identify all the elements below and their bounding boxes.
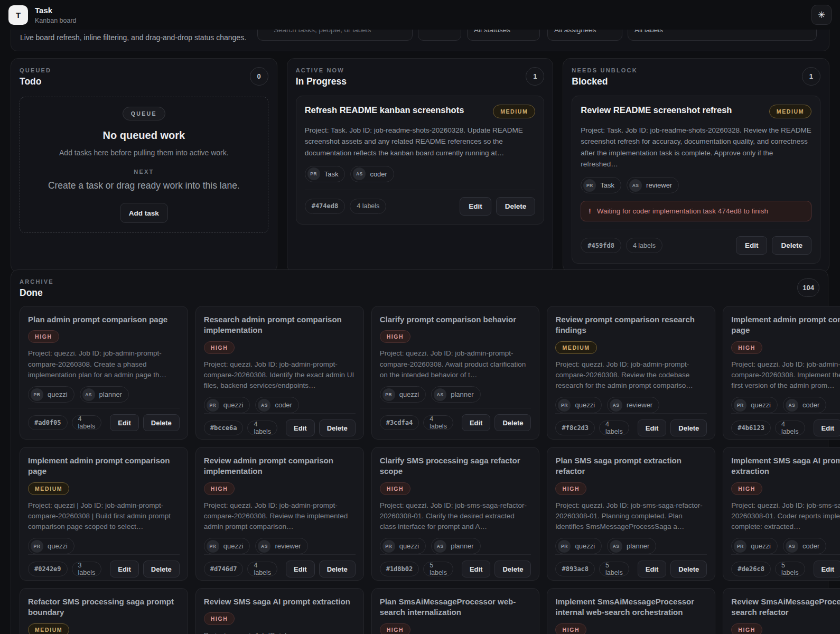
project-prefix-icon: PR [558, 399, 571, 412]
task-hash-chip[interactable]: #f8c2d3 [555, 421, 595, 435]
labels-count-chip[interactable]: 4 labels [350, 199, 386, 214]
project-chip[interactable]: PR quezzi [380, 386, 426, 403]
labels-count-chip[interactable]: 4 labels [423, 415, 453, 430]
task-hash-chip[interactable]: #3cdfa4 [380, 415, 419, 430]
task-hash-chip[interactable]: #0242e9 [28, 562, 68, 576]
edit-button[interactable]: Edit [814, 419, 840, 436]
project-chip[interactable]: PR Task [581, 177, 621, 193]
labels-count-chip[interactable]: 4 labels [626, 238, 662, 253]
delete-button[interactable]: Delete [772, 236, 811, 255]
task-title: Review SMS saga AI prompt extraction [204, 596, 356, 607]
task-card[interactable]: Review admin prompt comparison implement… [195, 447, 364, 581]
task-card[interactable]: Plan SMS saga prompt extraction refactor… [547, 447, 715, 581]
assignee-chip[interactable]: AS planner [431, 538, 480, 554]
labels-count-chip[interactable]: 4 labels [247, 562, 277, 576]
task-hash-chip[interactable]: #474ed8 [305, 199, 346, 214]
labels-count-chip[interactable]: 4 labels [247, 421, 277, 435]
task-hash-chip[interactable]: #1d8b02 [380, 562, 419, 576]
task-card[interactable]: Refactor SMS processing saga prompt boun… [20, 588, 188, 634]
delete-button[interactable]: Delete [670, 561, 707, 577]
edit-button[interactable]: Edit [814, 561, 840, 577]
task-card[interactable]: Implement SMS saga AI prompt extraction … [723, 447, 840, 581]
edit-button[interactable]: Edit [110, 561, 139, 577]
task-hash-chip[interactable]: #4b6123 [731, 421, 771, 435]
labels-count-chip[interactable]: 4 labels [599, 421, 629, 435]
project-chip[interactable]: PR quezzi [731, 538, 778, 554]
task-card[interactable]: Clarify SMS processing saga refactor sco… [371, 447, 540, 581]
add-task-button[interactable]: Add task [120, 203, 168, 223]
delete-button[interactable]: Delete [319, 419, 356, 436]
project-chip[interactable]: PR quezzi [380, 538, 426, 554]
task-hash-chip[interactable]: #d746d7 [204, 562, 244, 576]
archive-done-section: ARCHIVE Done 104 Plan admin prompt compa… [11, 269, 828, 634]
labels-count-chip[interactable]: 5 labels [423, 562, 453, 576]
assignee-chip[interactable]: AS coder [783, 538, 827, 554]
task-card[interactable]: Review SmsAiMessageProcessor web-search … [723, 588, 840, 634]
task-hash-chip[interactable]: #893ac8 [555, 562, 595, 576]
project-chip[interactable]: PR Task [305, 166, 346, 182]
task-card[interactable]: Clarify prompt comparison behavior HIGH … [371, 306, 540, 440]
labels-count-chip[interactable]: 5 labels [775, 562, 805, 576]
project-chip[interactable]: PR quezzi [555, 538, 602, 554]
edit-button[interactable]: Edit [736, 236, 768, 255]
assignee-chip[interactable]: AS reviewer [607, 397, 659, 413]
task-card[interactable]: Plan admin prompt comparison page HIGH P… [20, 306, 188, 440]
project-chip[interactable]: PR quezzi [204, 397, 250, 413]
edit-button[interactable]: Edit [638, 561, 667, 577]
project-chip[interactable]: PR quezzi [28, 538, 74, 554]
task-card[interactable]: Refresh README kanban screenshots MEDIUM… [296, 96, 545, 225]
task-hash-chip[interactable]: #bcce6a [204, 421, 244, 435]
delete-button[interactable]: Delete [494, 414, 531, 431]
assignee-chip[interactable]: AS reviewer [627, 177, 679, 193]
assignee-chip[interactable]: AS planner [431, 386, 480, 403]
task-card[interactable]: Plan SmsAiMessageProcessor web-search in… [371, 588, 540, 634]
edit-button[interactable]: Edit [460, 197, 491, 216]
assignee-chip[interactable]: AS planner [607, 538, 656, 554]
edit-button[interactable]: Edit [110, 414, 139, 431]
labels-count-chip[interactable]: 4 labels [72, 415, 102, 430]
project-prefix-icon: PR [307, 167, 320, 180]
task-hash-chip[interactable]: #459fd8 [581, 238, 621, 253]
theme-toggle-button[interactable]: ✳ [811, 5, 832, 25]
delete-button[interactable]: Delete [143, 561, 180, 577]
project-prefix-icon: PR [583, 179, 596, 192]
edit-button[interactable]: Edit [286, 419, 315, 436]
task-card[interactable]: Review prompt comparison research findin… [547, 306, 715, 440]
task-card[interactable]: Implement admin prompt comparison page M… [20, 447, 188, 581]
delete-button[interactable]: Delete [496, 197, 536, 216]
assignee-chip[interactable]: AS coder [783, 397, 827, 413]
column-kicker: ACTIVE NOW [296, 67, 347, 73]
project-chip[interactable]: PR quezzi [28, 386, 74, 403]
task-card[interactable]: Implement admin prompt comparison page H… [723, 306, 840, 440]
project-name: quezzi [48, 390, 68, 398]
assignee-name: reviewer [275, 542, 301, 550]
labels-count-chip[interactable]: 3 labels [72, 562, 102, 576]
project-chip[interactable]: PR quezzi [555, 397, 602, 413]
blocked-reason: Waiting for coder implementation task 47… [597, 207, 768, 215]
delete-button[interactable]: Delete [319, 561, 356, 577]
assignee-chip[interactable]: AS coder [350, 166, 394, 182]
task-card[interactable]: Implement SmsAiMessageProcessor internal… [547, 588, 715, 634]
priority-badge: MEDIUM [493, 105, 535, 118]
delete-button[interactable]: Delete [670, 419, 707, 436]
project-chip[interactable]: PR quezzi [731, 397, 778, 413]
todo-empty-dropzone[interactable]: QUEUE No queued work Add tasks here befo… [20, 97, 268, 233]
edit-button[interactable]: Edit [462, 414, 491, 431]
task-card[interactable]: Research admin prompt comparison impleme… [195, 306, 364, 440]
delete-button[interactable]: Delete [494, 561, 531, 577]
assignee-chip[interactable]: AS reviewer [255, 538, 307, 554]
task-card[interactable]: Review README screenshot refresh MEDIUM … [572, 96, 820, 264]
labels-count-chip[interactable]: 4 labels [775, 421, 805, 435]
task-hash-chip[interactable]: #ad0f05 [28, 415, 68, 430]
edit-button[interactable]: Edit [286, 561, 315, 577]
task-card[interactable]: Review SMS saga AI prompt extraction HIG… [195, 588, 364, 634]
task-hash-chip[interactable]: #de26c8 [731, 562, 771, 576]
column-title: In Progress [296, 76, 347, 87]
assignee-chip[interactable]: AS coder [255, 397, 299, 413]
assignee-chip[interactable]: AS planner [80, 386, 129, 403]
delete-button[interactable]: Delete [143, 414, 180, 431]
edit-button[interactable]: Edit [638, 419, 667, 436]
labels-count-chip[interactable]: 5 labels [599, 562, 629, 576]
project-chip[interactable]: PR quezzi [204, 538, 250, 554]
edit-button[interactable]: Edit [462, 561, 491, 577]
